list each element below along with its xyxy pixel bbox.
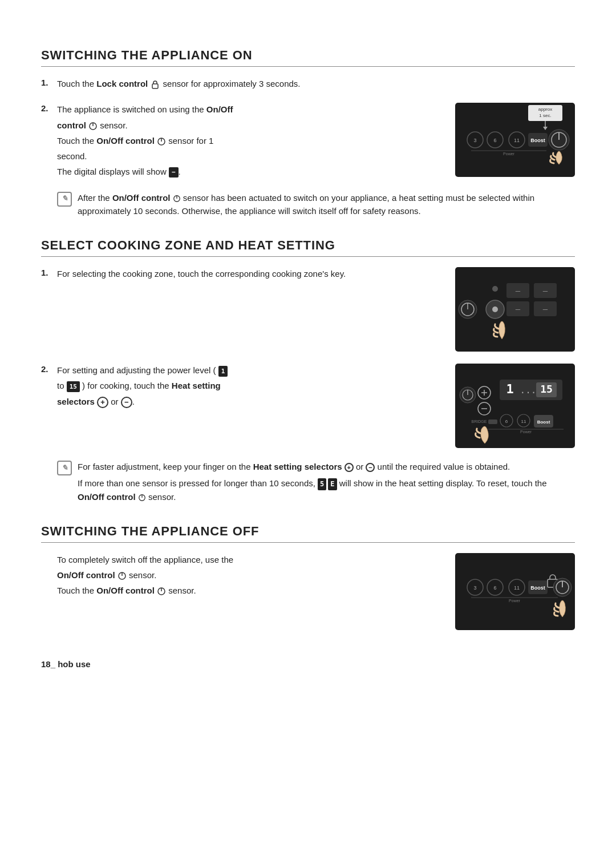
footer: 18_ hob use (41, 659, 575, 669)
svg-text:6: 6 (505, 419, 508, 424)
step-cooking-content-1: For selecting the cooking zone, touch th… (57, 267, 575, 353)
note-icon-1: ✎ (57, 192, 72, 207)
step-cooking-content-2: For setting and adjusting the power leve… (57, 364, 575, 450)
svg-text:Power: Power (509, 599, 521, 603)
hob-image-switching-off: 3 6 11 Boost Power (455, 553, 575, 632)
power-level-low: 1 (218, 366, 228, 377)
cooking-step2-line1: For setting and adjusting the power leve… (57, 364, 441, 377)
svg-text:Power: Power (520, 430, 532, 434)
cooking-step2-line2: to 15 ) for cooking, touch the Heat sett… (57, 379, 441, 392)
step-switching-on-2: 2. The appliance is switched on using th… (41, 103, 575, 180)
step-2-line3: Touch the On/Off control sensor for 1 (57, 134, 441, 147)
step-switching-on-1: 1. Touch the Lock control sensor for app… (41, 77, 575, 92)
step-2-line2: control sensor. (57, 119, 441, 132)
svg-point-40 (492, 306, 498, 312)
svg-text:11: 11 (521, 419, 526, 424)
svg-text:11: 11 (514, 585, 520, 591)
step-off-text: To completely switch off the appliance, … (57, 553, 441, 600)
minus-selector-icon: − (121, 397, 132, 408)
power-level-high: 15 (67, 381, 80, 392)
svg-text:–: – (543, 304, 548, 313)
step-content-1: Touch the Lock control sensor for approx… (57, 77, 575, 92)
svg-text:BRIDGE: BRIDGE (472, 420, 487, 423)
error-icons: 5E (318, 478, 337, 490)
section-title-cooking-zone: SELECT COOKING ZONE AND HEAT SETTING (41, 238, 575, 257)
cooking-step1-line1: For selecting the cooking zone, touch th… (57, 267, 441, 280)
step-cooking-1-text: For selecting the cooking zone, touch th… (57, 267, 441, 283)
page-number: 18 (41, 659, 51, 669)
step-2-line5: The digital displays will show –. (57, 165, 441, 178)
note2-line1: For faster adjustment, keep your finger … (78, 460, 575, 473)
plus-icon-note: + (345, 463, 354, 472)
svg-text:Boost: Boost (530, 585, 545, 591)
step-cooking-2-text: For setting and adjusting the power leve… (57, 364, 441, 410)
error-icon-5: 5 (318, 478, 326, 490)
svg-rect-56 (488, 420, 497, 424)
note-text-1: After the On/Off control sensor has been… (78, 191, 575, 218)
svg-text:...: ... (520, 385, 537, 396)
svg-text:–: – (516, 286, 521, 295)
note-text-2: For faster adjustment, keep your finger … (78, 460, 575, 503)
page-label: _ hob use (51, 659, 91, 669)
error-icon-e: E (328, 478, 337, 490)
off-line1: To completely switch off the appliance, … (57, 553, 441, 566)
hob-svg-4: 3 6 11 Boost Power (455, 553, 575, 630)
step-1-text: Touch the Lock control sensor for approx… (57, 77, 575, 90)
hob-image-cooking-zone: – – – – (455, 267, 575, 353)
svg-rect-0 (152, 84, 158, 88)
svg-text:11: 11 (514, 138, 520, 143)
cooking-step2-line3: selectors + or −. (57, 395, 441, 408)
note-icon-2: ✎ (57, 461, 72, 475)
svg-text:15: 15 (540, 383, 553, 395)
note-switching-on: ✎ After the On/Off control sensor has be… (57, 191, 575, 218)
step-content-2: The appliance is switched on using the O… (57, 103, 575, 180)
svg-text:Power: Power (503, 152, 515, 156)
step-number-1: 1. (41, 78, 57, 87)
svg-text:3: 3 (473, 585, 476, 591)
step-cooking-num-2: 2. (41, 364, 57, 374)
hob-svg-3: 1 ... 15 BRIDGE 6 11 Boost (455, 364, 575, 448)
hob-svg-1: approx 1 sec. 3 6 11 Boost (455, 103, 575, 177)
svg-text:–: – (543, 286, 548, 295)
section-title-switching-on: SWITCHING THE APPLIANCE ON (41, 48, 575, 67)
display-dash-icon: – (169, 167, 179, 178)
section-title-switching-off: SWITCHING THE APPLIANCE OFF (41, 524, 575, 543)
step-cooking-num-1: 1. (41, 268, 57, 277)
hob-image-switching-on: approx 1 sec. 3 6 11 Boost (455, 103, 575, 179)
off-line3: Touch the On/Off control sensor. (57, 584, 441, 597)
svg-point-30 (492, 286, 498, 292)
svg-rect-41 (455, 364, 575, 448)
note2-line2: If more than one sensor is pressed for l… (78, 477, 575, 503)
hob-svg-2: – – – – (455, 267, 575, 352)
minus-icon-note: − (366, 463, 375, 472)
step-2-line1: The appliance is switched on using the O… (57, 103, 441, 116)
step-2-text-block: The appliance is switched on using the O… (57, 103, 441, 180)
svg-text:6: 6 (493, 138, 496, 143)
hob-image-heat-setting: 1 ... 15 BRIDGE 6 11 Boost (455, 364, 575, 450)
step-number-2: 2. (41, 103, 57, 113)
step-cooking-1: 1. For selecting the cooking zone, touch… (41, 267, 575, 353)
svg-text:Boost: Boost (530, 138, 545, 143)
svg-text:3: 3 (473, 138, 476, 143)
svg-text:6: 6 (493, 585, 496, 591)
svg-text:1: 1 (506, 382, 513, 396)
svg-text:1 sec.: 1 sec. (539, 113, 551, 118)
svg-text:Boost: Boost (537, 420, 550, 425)
svg-text:–: – (516, 304, 521, 313)
note-cooking-zone: ✎ For faster adjustment, keep your finge… (57, 460, 575, 503)
step-off-content: To completely switch off the appliance, … (57, 553, 575, 632)
step-2-line4: second. (57, 150, 441, 163)
step-switching-off: To completely switch off the appliance, … (41, 553, 575, 632)
off-line2: On/Off control sensor. (57, 568, 441, 582)
step-cooking-2: 2. For setting and adjusting the power l… (41, 364, 575, 450)
svg-text:approx: approx (538, 107, 552, 112)
plus-selector-icon: + (97, 397, 108, 408)
